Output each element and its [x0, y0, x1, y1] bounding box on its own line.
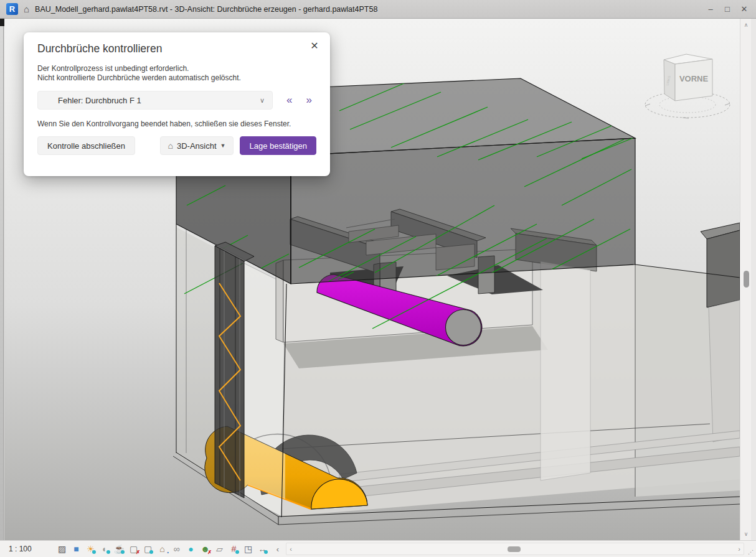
caret-down-icon: ▼: [220, 143, 226, 149]
vertical-scroll-thumb[interactable]: [744, 271, 749, 288]
error-select-value: Fehler: Durchbruch F 1: [58, 96, 141, 105]
crop-view-icon[interactable]: ▢✗: [126, 542, 141, 556]
scroll-right-icon[interactable]: ›: [735, 543, 744, 555]
view-dropdown-button[interactable]: ⌂ 3D-Ansicht ▼: [160, 136, 234, 155]
dialog-body-line2: Nicht kontrollierte Durchbrüche werden a…: [37, 73, 316, 83]
reveal-hidden-elements-icon[interactable]: ●: [184, 542, 198, 556]
horizontal-scroll-thumb[interactable]: [508, 546, 521, 552]
scroll-left-icon[interactable]: ‹: [286, 543, 295, 555]
viewcube-front-label[interactable]: VORNE: [679, 74, 709, 83]
scroll-down-icon[interactable]: ∨: [740, 529, 752, 539]
dialog-title: Durchbrüche kontrollieren: [37, 42, 316, 55]
close-button[interactable]: ✕: [739, 4, 750, 15]
crop-region-icon[interactable]: ▢: [141, 542, 155, 556]
dialog-info-text: Wenn Sie den Kontrollvorgang beendet hab…: [37, 119, 316, 128]
magenta-pipe-end-cap: [446, 310, 481, 345]
horizontal-scrollbar[interactable]: ‹ ›: [286, 543, 744, 555]
displacement-sets-icon[interactable]: ◳: [241, 542, 255, 556]
shadows-icon[interactable]: ◐: [98, 542, 112, 556]
vertical-scrollbar[interactable]: ∧ ∨: [740, 19, 751, 540]
locked-3d-view-icon[interactable]: ⌂•: [155, 542, 169, 556]
maximize-button[interactable]: □: [722, 4, 733, 15]
home-icon[interactable]: ⌂: [24, 4, 29, 14]
minimize-button[interactable]: –: [705, 4, 716, 15]
3d-home-icon: ⌂: [168, 141, 173, 151]
durchbrueche-dialog: ✕ Durchbrüche kontrollieren Der Kontroll…: [24, 32, 330, 176]
scale-button[interactable]: 1 : 100: [9, 545, 41, 553]
app-icon[interactable]: R: [6, 3, 18, 15]
scroll-up-icon[interactable]: ∧: [740, 20, 752, 30]
dialog-body-line1: Der Kontrollprozess ist unbedingt erford…: [37, 64, 316, 73]
resize-grip[interactable]: ⋰: [747, 543, 754, 555]
confirm-position-button[interactable]: Lage bestätigen: [240, 136, 316, 155]
toolbar-collapse-icon[interactable]: ‹: [273, 545, 282, 554]
reveal-constraints-icon[interactable]: ↔: [255, 542, 270, 556]
error-select[interactable]: Fehler: Durchbruch F 1 ∨: [37, 91, 273, 110]
analytical-model-icon[interactable]: #: [227, 542, 241, 556]
window-title: BAU_Modell_gerhard.pawlat4PT58.rvt - 3D-…: [35, 5, 377, 14]
chevron-down-icon: ∨: [260, 96, 265, 105]
visual-style-icon[interactable]: ■: [69, 542, 83, 556]
view-control-icons: ▨■☀◐☕▢✗▢⌂•∞●☻✗▱#◳↔: [55, 542, 270, 556]
detail-level-icon[interactable]: ▨: [55, 542, 69, 556]
temporary-hide-isolate-icon[interactable]: ∞: [169, 542, 184, 556]
title-bar: R ⌂ BAU_Modell_gerhard.pawlat4PT58.rvt -…: [0, 0, 756, 19]
left-panel-edge: [0, 19, 4, 540]
finish-control-button[interactable]: Kontrolle abschließen: [37, 136, 135, 155]
temporary-view-properties-icon[interactable]: ▱: [212, 542, 227, 556]
sun-path-icon[interactable]: ☀: [83, 542, 98, 556]
rendering-icon[interactable]: ☕: [112, 542, 126, 556]
window-right-margin: [751, 19, 756, 540]
dialog-close-icon[interactable]: ✕: [308, 39, 321, 52]
worksharing-display-icon[interactable]: ☻✗: [198, 542, 212, 556]
next-error-button[interactable]: »: [306, 94, 311, 106]
view-dropdown-label: 3D-Ansicht: [177, 141, 217, 151]
prev-error-button[interactable]: «: [286, 94, 292, 106]
view-control-bar: 1 : 100 ▨■☀◐☕▢✗▢⌂•∞●☻✗▱#◳↔ ‹ ‹ › ⋰: [0, 540, 756, 557]
